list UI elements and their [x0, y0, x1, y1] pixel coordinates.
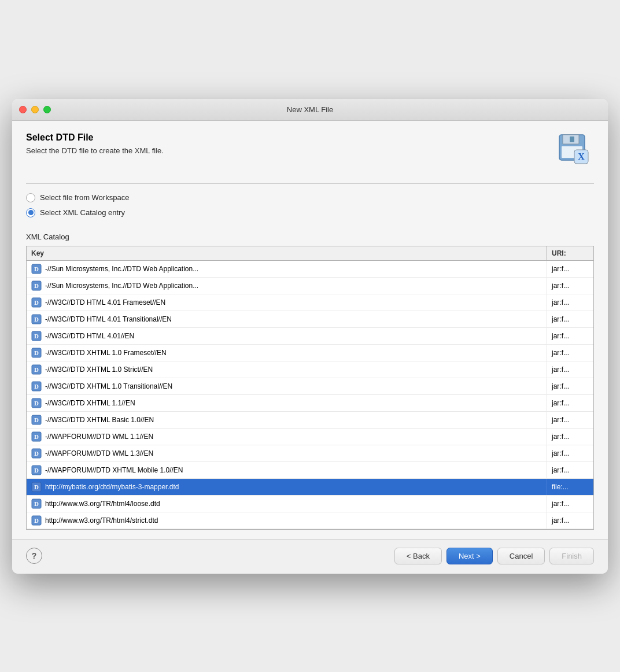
dtd-file-icon: D: [31, 499, 42, 509]
table-cell-uri: jar:f...: [547, 345, 593, 361]
key-text: -//W3C//DTD XHTML 1.0 Frameset//EN: [45, 349, 167, 357]
footer: ? < Back Next > Cancel Finish: [12, 539, 608, 574]
header-icon: X: [557, 132, 594, 169]
key-text: http://mybatis.org/dtd/mybatis-3-mapper.…: [45, 483, 179, 491]
dtd-file-icon: D: [31, 381, 42, 392]
table-cell-key: D -//W3C//DTD XHTML Basic 1.0//EN: [27, 412, 547, 428]
xml-catalog-table[interactable]: Key URI: D -//Sun Microsystems, Inc.//DT…: [26, 246, 594, 530]
dtd-file-icon: D: [31, 314, 42, 324]
table-row[interactable]: D -//WAPFORUM//DTD XHTML Mobile 1.0//ENj…: [27, 462, 593, 479]
key-text: -//W3C//DTD XHTML 1.0 Strict//EN: [45, 365, 153, 374]
cancel-button[interactable]: Cancel: [497, 548, 545, 564]
table-row[interactable]: D -//Sun Microsystems, Inc.//DTD Web App…: [27, 278, 593, 294]
titlebar: New XML File: [12, 99, 608, 121]
header-text: Select DTD File Select the DTD file to c…: [26, 132, 164, 155]
table-cell-key: D -//WAPFORUM//DTD WML 1.3//EN: [27, 445, 547, 461]
radio-label-workspace: Select file from Workspace: [40, 193, 129, 202]
table-cell-key: D -//WAPFORUM//DTD XHTML Mobile 1.0//EN: [27, 462, 547, 478]
table-cell-uri: jar:f...: [547, 445, 593, 461]
svg-text:D: D: [34, 316, 39, 323]
table-cell-uri: jar:f...: [547, 361, 593, 378]
key-text: -//W3C//DTD HTML 4.01 Frameset//EN: [45, 298, 165, 307]
table-cell-uri: jar:f...: [547, 311, 593, 327]
svg-rect-3: [570, 136, 574, 142]
radio-catalog[interactable]: Select XML Catalog entry: [26, 208, 594, 217]
table-cell-uri: jar:f...: [547, 378, 593, 394]
footer-left: ?: [26, 548, 42, 564]
table-cell-key: D -//W3C//DTD XHTML 1.0 Frameset//EN: [27, 345, 547, 361]
dialog-window: New XML File Select DTD File Select the …: [12, 99, 608, 574]
table-row[interactable]: D http://www.w3.org/TR/html4/loose.dtdja…: [27, 496, 593, 512]
table-cell-key: D -//W3C//DTD HTML 4.01 Frameset//EN: [27, 294, 547, 311]
main-content: Select DTD File Select the DTD file to c…: [12, 121, 608, 539]
dtd-file-icon: D: [31, 348, 42, 358]
close-button[interactable]: [19, 106, 27, 113]
help-button[interactable]: ?: [26, 548, 42, 564]
svg-text:D: D: [34, 517, 39, 524]
table-row[interactable]: D -//W3C//DTD XHTML Basic 1.0//ENjar:f..…: [27, 412, 593, 429]
key-text: -//W3C//DTD XHTML 1.0 Transitional//EN: [45, 382, 172, 390]
dtd-file-icon: D: [31, 465, 42, 475]
dtd-file-icon: D: [31, 398, 42, 408]
table-cell-uri: jar:f...: [547, 278, 593, 294]
svg-text:X: X: [578, 152, 585, 161]
header-section: Select DTD File Select the DTD file to c…: [26, 132, 594, 169]
svg-text:D: D: [34, 265, 39, 272]
table-row[interactable]: D -//W3C//DTD XHTML 1.0 Strict//ENjar:f.…: [27, 361, 593, 378]
key-text: -//WAPFORUM//DTD WML 1.3//EN: [45, 449, 153, 457]
table-row[interactable]: D -//W3C//DTD XHTML 1.1//ENjar:f...: [27, 395, 593, 412]
minimize-button[interactable]: [31, 106, 39, 113]
table-cell-key: D -//W3C//DTD XHTML 1.1//EN: [27, 395, 547, 411]
table-row[interactable]: D -//WAPFORUM//DTD WML 1.3//ENjar:f...: [27, 445, 593, 462]
table-cell-uri: jar:f...: [547, 328, 593, 344]
key-text: http://www.w3.org/TR/html4/loose.dtd: [45, 500, 160, 508]
key-text: -//WAPFORUM//DTD XHTML Mobile 1.0//EN: [45, 466, 183, 474]
table-cell-key: D -//WAPFORUM//DTD WML 1.1//EN: [27, 429, 547, 445]
table-row[interactable]: D -//W3C//DTD HTML 4.01 Transitional//EN…: [27, 311, 593, 328]
svg-text:D: D: [34, 416, 39, 423]
table-row[interactable]: D http://mybatis.org/dtd/mybatis-3-mappe…: [27, 479, 593, 496]
table-header: Key URI:: [27, 246, 593, 261]
dtd-file-icon: D: [31, 280, 42, 291]
key-text: -//W3C//DTD XHTML 1.1//EN: [45, 399, 135, 407]
radio-workspace[interactable]: Select file from Workspace: [26, 193, 594, 202]
table-cell-key: D -//W3C//DTD HTML 4.01//EN: [27, 328, 547, 344]
table-cell-key: D -//W3C//DTD HTML 4.01 Transitional//EN: [27, 311, 547, 327]
next-button[interactable]: Next >: [446, 548, 493, 564]
table-row[interactable]: D http://www.w3.org/TR/html4/strict.dtdj…: [27, 512, 593, 529]
key-text: -//Sun Microsystems, Inc.//DTD Web Appli…: [45, 265, 198, 273]
table-row[interactable]: D -//Sun Microsystems, Inc.//DTD Web App…: [27, 261, 593, 278]
dtd-file-icon: D: [31, 297, 42, 308]
table-cell-key: D http://mybatis.org/dtd/mybatis-3-mappe…: [27, 479, 547, 495]
back-button[interactable]: < Back: [394, 548, 442, 564]
svg-text:D: D: [34, 500, 39, 507]
table-cell-uri: jar:f...: [547, 412, 593, 428]
table-row[interactable]: D -//W3C//DTD XHTML 1.0 Transitional//EN…: [27, 378, 593, 395]
xml-file-icon: X: [557, 132, 592, 167]
table-row[interactable]: D -//WAPFORUM//DTD WML 1.1//ENjar:f...: [27, 429, 593, 445]
radio-circle-workspace: [26, 193, 35, 202]
page-heading: Select DTD File: [26, 132, 164, 143]
table-cell-key: D -//W3C//DTD XHTML 1.0 Strict//EN: [27, 361, 547, 378]
table-row[interactable]: D -//W3C//DTD XHTML 1.0 Frameset//ENjar:…: [27, 345, 593, 361]
table-cell-uri: jar:f...: [547, 294, 593, 311]
table-cell-key: D -//W3C//DTD XHTML 1.0 Transitional//EN: [27, 378, 547, 394]
table-row[interactable]: D -//W3C//DTD HTML 4.01 Frameset//ENjar:…: [27, 294, 593, 311]
radio-circle-catalog: [26, 208, 35, 217]
table-cell-key: D http://www.w3.org/TR/html4/loose.dtd: [27, 496, 547, 512]
dtd-file-icon: D: [31, 448, 42, 459]
table-cell-uri: jar:f...: [547, 261, 593, 277]
table-row[interactable]: D -//W3C//DTD HTML 4.01//ENjar:f...: [27, 328, 593, 345]
svg-text:D: D: [34, 467, 39, 474]
dtd-file-icon: D: [31, 415, 42, 425]
svg-text:D: D: [34, 366, 39, 373]
key-text: -//WAPFORUM//DTD WML 1.1//EN: [45, 433, 153, 441]
window-controls: [19, 106, 51, 113]
column-uri: URI:: [547, 246, 593, 260]
dtd-file-icon: D: [31, 331, 42, 341]
dtd-file-icon: D: [31, 431, 42, 442]
table-cell-key: D http://www.w3.org/TR/html4/strict.dtd: [27, 512, 547, 529]
window-title: New XML File: [287, 105, 333, 114]
dtd-file-icon: D: [31, 264, 42, 274]
maximize-button[interactable]: [43, 106, 51, 113]
